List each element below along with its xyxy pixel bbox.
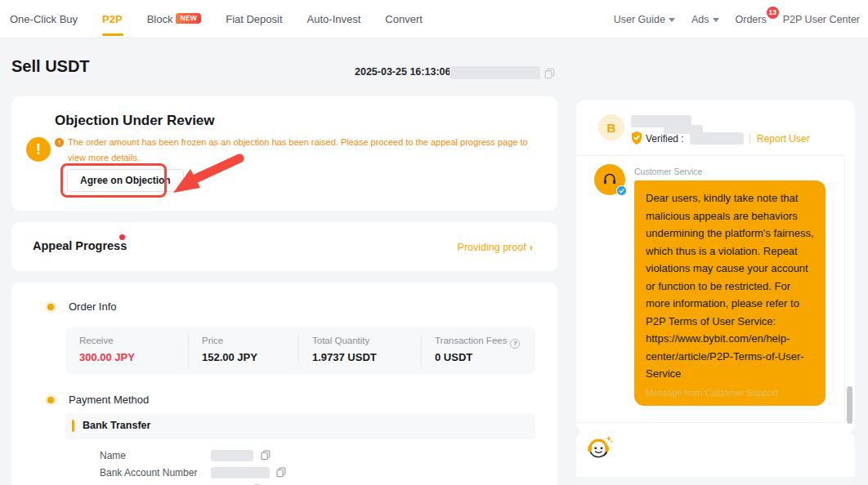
nav-fiat-deposit[interactable]: Fiat Deposit [226, 13, 282, 25]
chat-input-strip[interactable] [576, 477, 855, 485]
notification-dot [119, 234, 125, 240]
price-value: 152.00 JPY [202, 351, 257, 363]
objection-warning: ! The order amount has been frozen as an… [55, 135, 532, 166]
headset-icon [602, 171, 618, 188]
copy-icon[interactable] [276, 467, 286, 478]
nav-right: User Guide Ads Orders 13 P2P User Center [614, 0, 860, 38]
payment-method-bar: Bank Transfer [65, 413, 535, 439]
column-divider [298, 334, 299, 367]
orders-count-badge: 13 [767, 7, 779, 19]
top-nav: One-Click Buy P2P BlockNEW Fiat Deposit … [0, 0, 868, 38]
warning-icon: ! [55, 138, 64, 147]
column-divider [421, 334, 422, 367]
nav-convert[interactable]: Convert [385, 13, 423, 25]
order-info-title: Order Info [69, 300, 117, 313]
nav-orders[interactable]: Orders 13 [736, 14, 767, 25]
user-guide-label: User Guide [614, 14, 665, 25]
chat-panel: B Verified : Report User Customer Servic… [576, 100, 855, 433]
chat-message-area[interactable]: Customer Service Dear users, kindly take… [576, 155, 845, 423]
objection-card: ! Objection Under Review ! The order amo… [11, 96, 557, 211]
support-mascot-icon[interactable] [585, 434, 613, 461]
redacted-account-number [211, 467, 270, 478]
page-title: Sell USDT [11, 57, 90, 76]
verified-label: Verified : [646, 133, 684, 145]
ads-label: Ads [691, 14, 709, 25]
order-info-box: Receive 300.00 JPY Price 152.00 JPY Tota… [65, 327, 535, 374]
verified-check-badge [616, 185, 627, 196]
chat-scrollbar[interactable] [847, 386, 852, 424]
message-text: Dear users, kindly take note that malici… [646, 189, 814, 383]
copy-icon[interactable] [261, 450, 271, 461]
nav-p2p[interactable]: P2P [102, 13, 123, 25]
price-label: Price [202, 336, 223, 345]
appeal-progress-card: Appeal Progress Providing proof› [11, 222, 557, 271]
total-quantity-value: 1.9737 USDT [312, 351, 377, 363]
redacted-order-id [450, 66, 540, 79]
total-quantity-label: Total Quantity [312, 336, 369, 345]
objection-title: Objection Under Review [55, 113, 215, 129]
new-badge: NEW [176, 13, 201, 24]
chat-input-card [576, 431, 855, 485]
nav-user-guide[interactable]: User Guide [614, 14, 675, 25]
active-tab-underline [102, 33, 123, 36]
nav-block-label: Block [147, 13, 173, 25]
customer-service-avatar [594, 164, 625, 195]
nav-ads[interactable]: Ads [691, 14, 719, 25]
bank-account-number-label: Bank Account Number [100, 467, 197, 478]
section-bullet [47, 304, 54, 310]
alert-exclamation-icon: ! [26, 137, 51, 162]
redacted-verified-name [690, 132, 744, 145]
nav-p2p-label: P2P [102, 13, 123, 25]
name-label: Name [100, 450, 126, 461]
chevron-right-icon: › [530, 241, 533, 253]
report-user-link[interactable]: Report User [757, 133, 810, 145]
nav-left: One-Click Buy P2P BlockNEW Fiat Deposit … [10, 0, 423, 38]
help-icon[interactable]: ? [510, 339, 520, 349]
nav-auto-invest[interactable]: Auto-Invest [307, 13, 361, 25]
counterparty-avatar: B [598, 114, 624, 140]
payment-method-title: Payment Method [69, 394, 149, 406]
appeal-progress-title: Appeal Progress [33, 239, 127, 252]
agree-on-objection-button[interactable]: Agree on Objection [67, 169, 184, 192]
message-footer: Message from Customer Support [646, 388, 814, 398]
chevron-down-icon [669, 18, 675, 22]
verified-shield-icon [631, 131, 642, 145]
customer-service-label: Customer Service [634, 167, 702, 176]
receive-label: Receive [79, 336, 114, 345]
bank-transfer-label: Bank Transfer [83, 420, 150, 431]
nav-one-click-buy[interactable]: One-Click Buy [10, 13, 78, 25]
order-details-card: Order Info Receive 300.00 JPY Price 152.… [11, 283, 557, 485]
chevron-down-icon [713, 18, 719, 22]
order-timestamp: 2025-03-25 16:13:06 [355, 66, 450, 78]
section-bullet [47, 397, 54, 403]
objection-warning-text: The order amount has been frozen as an o… [68, 137, 528, 162]
p2p-order-page: One-Click Buy P2P BlockNEW Fiat Deposit … [0, 0, 868, 485]
providing-proof-link[interactable]: Providing proof› [458, 241, 533, 253]
transaction-fees-label: Transaction Fees? [435, 336, 520, 349]
transaction-fees-value: 0 USDT [435, 351, 472, 363]
nav-p2p-user-center[interactable]: P2P User Center [783, 14, 860, 25]
providing-proof-label: Providing proof [458, 242, 526, 253]
receive-value: 300.00 JPY [79, 351, 135, 363]
transaction-fees-text: Transaction Fees [435, 336, 507, 345]
redacted-name [211, 450, 253, 461]
nav-block[interactable]: BlockNEW [147, 13, 202, 25]
orders-label: Orders [736, 14, 767, 25]
column-divider [188, 334, 189, 367]
copy-icon[interactable] [544, 68, 555, 79]
divider [749, 134, 750, 144]
customer-service-message-bubble: Dear users, kindly take note that malici… [634, 180, 825, 406]
accent-tick [72, 420, 74, 432]
